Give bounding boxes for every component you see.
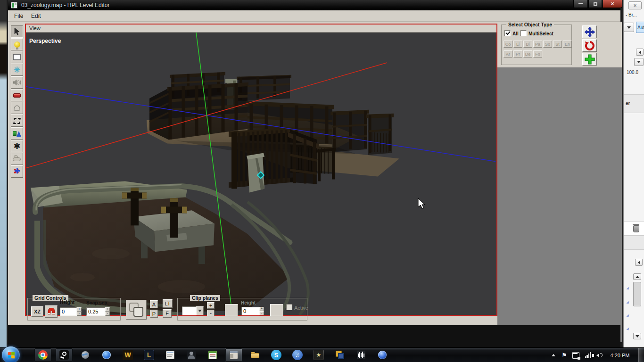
clip-plane-add-button[interactable]: + — [207, 302, 215, 309]
tree-expand-icon[interactable] — [626, 287, 629, 290]
all-checkbox[interactable] — [504, 30, 511, 36]
menu-file[interactable]: File — [12, 12, 25, 20]
taskbar-icon-skype[interactable]: S — [268, 348, 285, 362]
action-center-flag-icon[interactable]: ⚑ — [560, 348, 569, 362]
tool-particles-button[interactable]: ✳ — [11, 64, 23, 76]
tool-decals-button[interactable]: ✱ — [11, 140, 23, 152]
snap-toggle-button[interactable] — [45, 305, 58, 318]
scroll-up-button[interactable] — [633, 273, 641, 280]
clip-active-checkbox[interactable] — [286, 304, 292, 310]
taskbar-icon-blue-globe[interactable] — [98, 348, 115, 362]
volume-icon[interactable] — [594, 348, 604, 362]
taskbar-icon-star-app[interactable]: ★ — [310, 348, 327, 362]
clip-plane-dropdown-button[interactable] — [196, 306, 204, 315]
type-button-li[interactable]: Li — [513, 41, 522, 48]
taskbar-icon-league-of-legends[interactable]: L — [140, 348, 157, 362]
clip-plane-remove-button[interactable]: - — [207, 310, 215, 316]
title-bar[interactable]: 03_zoology.map - HPL Level Editor ✕ — [8, 0, 620, 10]
tool-areas-button[interactable] — [11, 115, 23, 127]
type-button-ar[interactable]: Ar — [504, 50, 512, 58]
taskbar-icon-world-of-warcraft[interactable]: W — [119, 348, 136, 362]
tool-sounds-button[interactable] — [11, 76, 23, 89]
multiselect-checkbox-label: MultiSelect — [528, 31, 553, 36]
background-dropdown-2[interactable] — [634, 58, 644, 66]
translate-tool-button[interactable] — [582, 25, 597, 38]
taskbar-icon-dark-avatar[interactable] — [183, 348, 200, 362]
view-lt-button[interactable]: LT — [163, 299, 173, 308]
view-a-button[interactable]: A — [150, 300, 158, 308]
background-dropdown-button[interactable] — [624, 23, 634, 32]
rotate-tool-button[interactable] — [582, 39, 597, 52]
taskbar-icon-gray-app[interactable] — [77, 348, 94, 362]
close-button[interactable]: ✕ — [603, 0, 622, 8]
installer-window-icon[interactable] — [570, 348, 581, 362]
tool-lights-button[interactable] — [11, 38, 23, 50]
taskbar-icon-hpl-editor[interactable] — [225, 348, 242, 362]
tool-combine-button[interactable]: ✖ ✚ — [11, 165, 23, 178]
viewport-menu-bar[interactable]: View — [26, 25, 496, 33]
type-button-de[interactable]: De — [523, 50, 532, 58]
type-button-bi[interactable]: Bi — [523, 41, 532, 48]
taskbar-icon-gold-blue-squares[interactable] — [331, 348, 348, 362]
grid-plane-button[interactable]: XZ — [31, 306, 43, 317]
tool-fog-areas-button[interactable] — [11, 153, 23, 165]
view-f-button[interactable]: F — [163, 309, 172, 318]
billboard-icon — [13, 54, 21, 60]
type-button-pa[interactable]: Pa — [533, 41, 542, 48]
type-button-st[interactable]: St — [553, 41, 562, 48]
multiselect-checkbox[interactable] — [520, 30, 527, 36]
tool-primitives-button[interactable] — [11, 127, 23, 140]
taskbar-icon-notepad[interactable] — [204, 348, 221, 362]
clip-height-input[interactable]: 0 — [241, 307, 259, 315]
grid-height-input[interactable]: 0 — [60, 307, 77, 316]
clip-plane-axis-button[interactable] — [225, 304, 238, 316]
background-back-button-2[interactable] — [635, 259, 643, 266]
taskbar-icon-audio-waveform[interactable] — [353, 348, 370, 362]
auto-button[interactable]: Auto — [636, 22, 644, 33]
grid-height-spinner[interactable]: +- — [77, 307, 82, 316]
taskbar-icon-blue-sphere[interactable] — [374, 348, 391, 362]
tool-static-objects-button[interactable] — [11, 89, 23, 101]
viewport-layout-button[interactable] — [126, 300, 147, 320]
view-p-button[interactable]: P — [150, 310, 158, 318]
taskbar-icon-itunes[interactable]: ♫ — [289, 348, 306, 362]
scrollbar-thumb[interactable] — [633, 282, 641, 306]
taskbar-icon-chrome[interactable] — [34, 348, 51, 362]
clock[interactable]: 4:20 PM — [605, 348, 635, 362]
show-desktop-button[interactable] — [638, 348, 644, 362]
menu-edit[interactable]: Edit — [29, 12, 43, 20]
tool-entities-button[interactable] — [11, 102, 23, 114]
taskbar-icon-notes-window[interactable] — [162, 348, 179, 362]
tool-billboards-button[interactable] — [11, 51, 23, 63]
clip-plane-select-value[interactable] — [182, 306, 196, 315]
view-menu[interactable]: View — [29, 25, 41, 31]
snap-sep-input[interactable]: 0.25 — [86, 307, 105, 316]
tray-show-hidden-button[interactable] — [549, 348, 558, 362]
type-button-so[interactable]: So — [543, 41, 552, 48]
minimize-button[interactable] — [573, 0, 588, 8]
type-button-fo[interactable]: Fo — [533, 50, 542, 58]
scale-tool-button[interactable] — [582, 53, 597, 66]
tree-expand-icon[interactable] — [626, 301, 629, 304]
start-button[interactable] — [2, 346, 20, 362]
snap-sep-spinner[interactable]: +- — [105, 307, 110, 316]
scroll-down-button[interactable] — [633, 333, 641, 339]
taskbar-icon-steam[interactable] — [56, 348, 73, 362]
tool-select-button[interactable] — [11, 25, 23, 38]
clip-plane-culling-button[interactable] — [270, 304, 283, 316]
tree-expand-icon[interactable] — [626, 314, 629, 317]
type-button-co[interactable]: Co — [504, 41, 512, 48]
background-back-button[interactable] — [636, 49, 644, 56]
wooden-cage-right — [330, 110, 394, 155]
taskbar-icon-explorer-folder[interactable] — [247, 348, 264, 362]
trash-icon[interactable] — [633, 225, 639, 232]
clip-height-spinner[interactable]: +- — [259, 307, 264, 315]
type-button-pr[interactable]: Pr — [513, 50, 522, 58]
primitive-shapes-icon — [13, 130, 21, 137]
tree-expand-icon[interactable] — [626, 327, 629, 330]
type-button-en[interactable]: En — [563, 41, 572, 48]
perspective-viewport[interactable]: View Perspective — [25, 24, 497, 316]
maximize-button[interactable] — [588, 0, 602, 8]
signal-bars — [585, 352, 591, 358]
background-window-close-button[interactable]: ✕ — [628, 1, 642, 9]
